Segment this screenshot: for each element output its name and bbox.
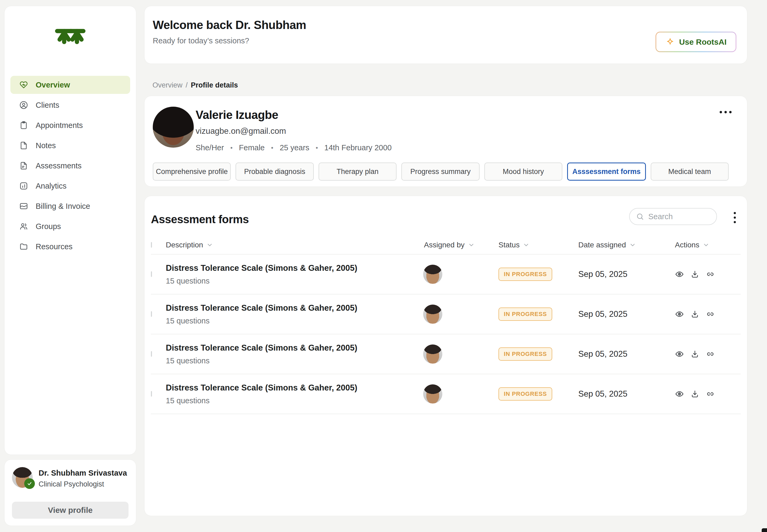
- tab-probable-diagnosis[interactable]: Probable diagnosis: [235, 163, 313, 181]
- row-checkbox[interactable]: [151, 391, 152, 397]
- table-row: Distress Tolerance Scale (Simons & Gaher…: [151, 334, 741, 374]
- sidebar-item-label: Appointments: [36, 121, 83, 130]
- more-options-icon[interactable]: [718, 109, 734, 115]
- link-icon[interactable]: [706, 270, 715, 279]
- use-rootsai-label: Use RootsAI: [679, 38, 727, 47]
- select-all-checkbox[interactable]: [151, 242, 152, 248]
- patient-name: Valerie Izuagbe: [196, 108, 392, 122]
- screen-corner-artifact: [762, 528, 767, 532]
- heart-pulse-icon: [19, 80, 28, 89]
- breadcrumb-current: Profile details: [191, 81, 238, 89]
- patient-pronouns: She/Her: [196, 143, 224, 152]
- chevron-down-icon: [468, 242, 475, 248]
- row-checkbox[interactable]: [151, 351, 152, 357]
- sidebar-item-label: Clients: [36, 101, 59, 110]
- sidebar: Overview Clients Appointments Notes Asse: [4, 6, 136, 455]
- date-assigned: Sep 05, 2025: [560, 309, 657, 319]
- form-question-count: 15 questions: [166, 396, 406, 405]
- download-icon[interactable]: [690, 389, 699, 398]
- breadcrumb: Overview / Profile details: [152, 81, 238, 89]
- user-circle-icon: [19, 101, 28, 110]
- table-header: Description Assigned by Status Date assi…: [151, 236, 741, 255]
- patient-age: 25 years: [280, 143, 309, 152]
- sidebar-item-label: Groups: [36, 222, 61, 231]
- sidebar-item-label: Resources: [36, 242, 73, 251]
- sidebar-item-notes[interactable]: Notes: [10, 136, 130, 155]
- download-icon[interactable]: [690, 350, 699, 359]
- tab-medical-team[interactable]: Medical team: [651, 163, 729, 181]
- patient-avatar: [153, 107, 194, 148]
- chevron-down-icon: [629, 242, 636, 248]
- link-icon[interactable]: [706, 310, 715, 319]
- use-rootsai-button[interactable]: Use RootsAI: [656, 32, 736, 52]
- assigned-by-avatar: [423, 305, 442, 324]
- row-actions: [657, 270, 741, 279]
- page-title: Welcome back Dr. Shubham: [153, 18, 736, 32]
- page-subtitle: Ready for today’s sessions?: [153, 36, 736, 45]
- sidebar-item-label: Analytics: [36, 182, 67, 190]
- search-input[interactable]: [648, 212, 710, 221]
- sidebar-item-clients[interactable]: Clients: [10, 96, 130, 114]
- sidebar-item-billing-invoice[interactable]: Billing & Invoice: [10, 197, 130, 215]
- view-icon[interactable]: [675, 389, 684, 398]
- view-icon[interactable]: [675, 310, 684, 319]
- row-checkbox[interactable]: [151, 271, 152, 277]
- patient-email: vizuagbe.on@gmail.com: [196, 126, 392, 136]
- folder-icon: [19, 242, 28, 251]
- use-rootsai-button-inner[interactable]: Use RootsAI: [656, 32, 736, 51]
- assigned-by-avatar: [423, 344, 442, 364]
- table-row: Distress Tolerance Scale (Simons & Gaher…: [151, 255, 741, 294]
- date-assigned: Sep 05, 2025: [560, 389, 657, 399]
- breadcrumb-parent[interactable]: Overview: [152, 81, 182, 89]
- download-icon[interactable]: [690, 310, 699, 319]
- welcome-header-card: Welcome back Dr. Shubham Ready for today…: [144, 6, 747, 64]
- sidebar-item-overview[interactable]: Overview: [10, 76, 130, 94]
- view-profile-button[interactable]: View profile: [12, 502, 128, 519]
- sidebar-item-resources[interactable]: Resources: [10, 238, 130, 256]
- table-options-icon[interactable]: [732, 210, 738, 225]
- section-title: Assessment forms: [151, 213, 249, 226]
- tab-therapy-plan[interactable]: Therapy plan: [318, 163, 397, 181]
- row-actions: [657, 389, 741, 398]
- tab-progress-summary[interactable]: Progress summary: [401, 163, 479, 181]
- tab-comprehensive-profile[interactable]: Comprehensive profile: [153, 163, 231, 181]
- sidebar-item-groups[interactable]: Groups: [10, 217, 130, 235]
- breadcrumb-separator: /: [186, 81, 188, 89]
- sidebar-item-label: Notes: [36, 141, 56, 150]
- form-title: Distress Tolerance Scale (Simons & Gaher…: [166, 343, 406, 353]
- view-icon[interactable]: [675, 270, 684, 279]
- tab-assessment-forms[interactable]: Asssessment forms: [567, 163, 646, 181]
- form-question-count: 15 questions: [166, 317, 406, 325]
- download-icon[interactable]: [690, 270, 699, 279]
- sidebar-item-appointments[interactable]: Appointments: [10, 116, 130, 134]
- dot-separator: •: [315, 144, 318, 152]
- column-header-status[interactable]: Status: [480, 241, 560, 249]
- sidebar-item-assessments[interactable]: Assessments: [10, 157, 130, 175]
- link-icon[interactable]: [706, 389, 715, 398]
- patient-meta: She/Her • Female • 25 years • 14th Febru…: [196, 143, 392, 152]
- verified-badge-icon: [24, 478, 35, 489]
- assigned-by-avatar: [423, 265, 442, 284]
- row-actions: [657, 350, 741, 359]
- row-checkbox[interactable]: [151, 311, 152, 317]
- therapist-profile-card: Dr. Shubham Srivastava Clinical Psycholo…: [4, 459, 136, 526]
- column-header-date-assigned[interactable]: Date assigned: [560, 241, 657, 249]
- column-header-actions[interactable]: Actions: [657, 241, 741, 249]
- date-assigned: Sep 05, 2025: [560, 349, 657, 359]
- assigned-by-avatar: [423, 384, 442, 404]
- column-header-description[interactable]: Description: [166, 241, 406, 249]
- link-icon[interactable]: [706, 350, 715, 359]
- tab-mood-history[interactable]: Mood history: [484, 163, 562, 181]
- sidebar-item-label: Overview: [36, 81, 70, 89]
- view-icon[interactable]: [675, 350, 684, 359]
- form-question-count: 15 questions: [166, 277, 406, 285]
- form-question-count: 15 questions: [166, 356, 406, 365]
- sidebar-menu: Overview Clients Appointments Notes Asse: [5, 76, 136, 256]
- assessment-forms-card: Assessment forms Description Assigned by…: [144, 196, 747, 516]
- therapist-role: Clinical Psychologist: [39, 480, 127, 488]
- credit-card-icon: [19, 202, 28, 211]
- therapist-name: Dr. Shubham Srivastava: [39, 469, 127, 477]
- search-box[interactable]: [629, 208, 717, 225]
- sidebar-item-analytics[interactable]: Analytics: [10, 177, 130, 195]
- column-header-assigned-by[interactable]: Assigned by: [406, 241, 480, 249]
